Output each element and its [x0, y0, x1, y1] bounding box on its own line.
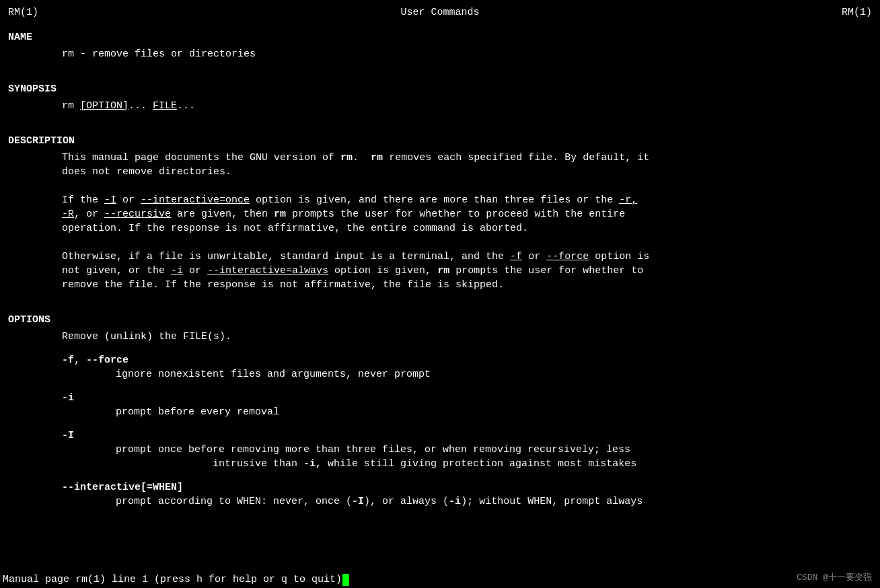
option-desc-interactive: prompt according to WHEN: never, once (-… — [116, 494, 872, 509]
option-term-i: -i — [62, 391, 872, 405]
status-bar-text: Manual page rm(1) line 1 (press h for he… — [0, 573, 342, 587]
desc-flag-interactive-always: --interactive=always — [207, 265, 328, 277]
desc-rm4: rm — [437, 265, 449, 277]
status-bar: Manual page rm(1) line 1 (press h for he… — [0, 571, 880, 588]
option-term-f: -f, --force — [62, 353, 872, 367]
watermark: CSDN @十一要变强 — [797, 572, 872, 584]
header-left: RM(1) — [8, 5, 38, 20]
synopsis-file: FILE — [153, 100, 177, 112]
section-options-heading: OPTIONS — [8, 313, 872, 327]
desc-flag-R: -R — [62, 209, 74, 220]
synopsis-command: rm — [62, 100, 80, 112]
section-name-content: rm - remove files or directories — [62, 47, 872, 61]
header-center: User Commands — [400, 5, 479, 20]
option-term-interactive: --interactive[=WHEN] — [62, 480, 872, 494]
status-cursor — [342, 574, 349, 586]
section-synopsis-content: rm [OPTION]... FILE... — [62, 99, 872, 113]
header-right: RM(1) — [842, 5, 872, 20]
option-desc-I: prompt once before removing more than th… — [116, 443, 872, 471]
desc-flag-interactive-once: --interactive=once — [141, 194, 250, 206]
description-para1: This manual page documents the GNU versi… — [62, 151, 872, 179]
manual-page: RM(1) User Commands RM(1) NAME rm - remo… — [0, 0, 880, 536]
desc-rm2: rm — [371, 152, 383, 163]
description-para2: If the -I or --interactive=once option i… — [62, 193, 872, 235]
section-synopsis-heading: SYNOPSIS — [8, 82, 872, 96]
section-description: DESCRIPTION This manual page documents t… — [8, 134, 872, 292]
synopsis-dots1: ... — [129, 100, 153, 112]
section-synopsis: SYNOPSIS rm [OPTION]... FILE... — [8, 82, 872, 113]
section-options: OPTIONS Remove (unlink) the FILE(s). -f,… — [8, 313, 872, 509]
desc-rm1: rm — [340, 152, 353, 163]
header: RM(1) User Commands RM(1) — [8, 5, 872, 20]
section-description-heading: DESCRIPTION — [8, 134, 872, 148]
desc-flag-recursive: --recursive — [104, 209, 171, 220]
desc-rm3: rm — [274, 209, 286, 220]
description-para3: Otherwise, if a file is unwritable, stan… — [62, 250, 872, 292]
desc-flag-f: -f — [510, 251, 522, 262]
synopsis-option: [OPTION] — [80, 100, 129, 112]
option-term-I: -I — [62, 429, 872, 443]
desc-flag-i: -i — [171, 265, 183, 277]
options-intro: Remove (unlink) the FILE(s). — [62, 330, 872, 344]
option-desc-i: prompt before every removal — [116, 405, 872, 419]
desc-flag-r: -r, — [619, 194, 637, 206]
section-name-heading: NAME — [8, 30, 872, 44]
option-desc-f: ignore nonexistent files and arguments, … — [116, 367, 872, 381]
option-when-bracket: [=WHEN] — [141, 482, 183, 493]
section-name: NAME rm - remove files or directories — [8, 30, 872, 61]
desc-flag-I: -I — [104, 194, 116, 206]
synopsis-dots2: ... — [177, 100, 195, 112]
desc-flag-force: --force — [546, 251, 589, 262]
